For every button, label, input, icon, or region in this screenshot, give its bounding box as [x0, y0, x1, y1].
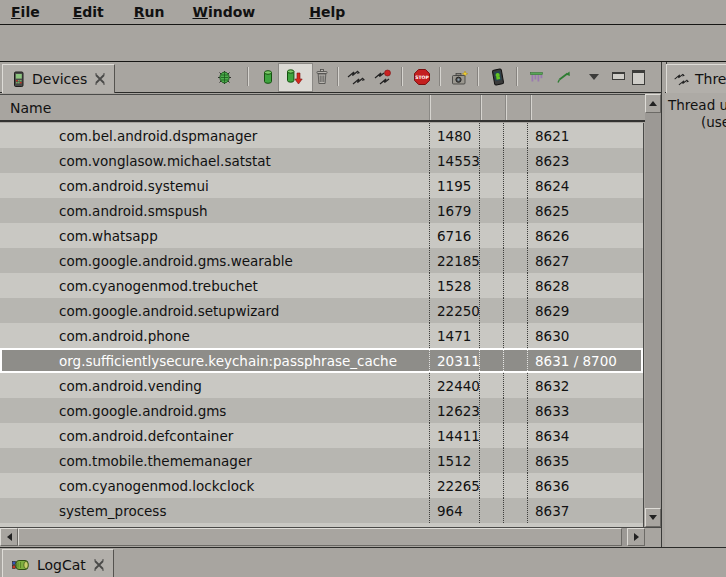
update-heap-icon[interactable] [258, 65, 278, 89]
scroll-down-button[interactable] [645, 508, 661, 527]
arrow-right-icon [634, 533, 639, 541]
horizontal-scrollbar[interactable] [0, 528, 645, 546]
device-process-row[interactable]: com.android.smspush16798625 [0, 198, 643, 223]
cell-name: com.whatsapp [0, 223, 429, 248]
threads-panel: Threads Thread updates not enabled for s… [665, 62, 726, 551]
cell-port: 8628 [527, 273, 643, 298]
scroll-right-button[interactable] [627, 528, 645, 546]
arrow-up-icon [649, 101, 657, 106]
cell-port: 8630 [527, 323, 643, 348]
cell-pid: 964 [429, 498, 479, 523]
column-header-name[interactable]: Name [0, 95, 429, 120]
cell-name: com.android.defcontainer [0, 423, 429, 448]
view-menu-icon[interactable] [589, 74, 599, 80]
bottom-panel: LogCat [0, 547, 726, 577]
threads-panel-content: Thread updates not enabled for selected … [665, 93, 726, 551]
cell-port: 8633 [527, 398, 643, 423]
cell-name: com.google.android.gms [0, 398, 429, 423]
device-process-row[interactable]: com.google.android.gms126238633 [0, 398, 643, 423]
dump-hprof-icon[interactable] [284, 65, 304, 89]
device-process-row[interactable]: com.cyanogenmod.trebuchet15288628 [0, 273, 643, 298]
device-process-row[interactable]: com.whatsapp67168626 [0, 223, 643, 248]
cell-name: com.google.android.setupwizard [0, 298, 429, 323]
start-method-profiling-icon[interactable] [372, 65, 392, 89]
cell-name: com.vonglasow.michael.satstat [0, 148, 429, 173]
minimize-icon[interactable] [612, 72, 625, 80]
phone-icon [11, 71, 26, 88]
tab-logcat-close-icon[interactable] [93, 559, 105, 571]
cell-name: system_process [0, 498, 429, 523]
tab-threads[interactable]: Threads [666, 64, 726, 93]
device-process-row[interactable]: system_process9648637 [0, 498, 643, 523]
device-process-row[interactable]: com.tmobile.thememanager15128635 [0, 448, 643, 473]
cell-c4 [503, 473, 527, 498]
cell-port: 8635 [527, 448, 643, 473]
column-header-3[interactable] [480, 95, 505, 120]
threads-message-line2: (use toolbar button to enable) [701, 114, 726, 130]
menu-bar: File Edit Run Window Help [0, 0, 726, 25]
update-threads-icon[interactable] [345, 65, 365, 89]
device-process-row[interactable]: com.android.defcontainer144118634 [0, 423, 643, 448]
cell-pid: 1480 [429, 123, 479, 148]
cell-name: com.android.smspush [0, 198, 429, 223]
scroll-up-button[interactable] [645, 94, 661, 113]
cell-port: 8626 [527, 223, 643, 248]
menu-edit[interactable]: Edit [68, 2, 109, 22]
cell-name: com.bel.android.dspmanager [0, 123, 429, 148]
arrow-down-icon [649, 515, 657, 520]
maximize-icon[interactable] [632, 70, 645, 85]
toolbar-row [0, 25, 726, 62]
column-header-4[interactable] [505, 95, 530, 120]
cell-c4 [503, 223, 527, 248]
device-process-row[interactable]: com.android.phone14718630 [0, 323, 643, 348]
cell-name: com.google.android.gms.wearable [0, 248, 429, 273]
cell-c4 [503, 298, 527, 323]
cell-pid: 1512 [429, 448, 479, 473]
cell-port: 8629 [527, 298, 643, 323]
device-process-row[interactable]: com.android.vending224408632 [0, 373, 643, 398]
menu-help[interactable]: Help [304, 2, 350, 22]
cell-name: com.android.vending [0, 373, 429, 398]
menu-file[interactable]: File [6, 2, 45, 22]
device-process-row[interactable]: org.sufficientlysecure.keychain:passphra… [0, 348, 643, 373]
cell-c4 [503, 273, 527, 298]
device-process-row[interactable]: com.bel.android.dspmanager14808621 [0, 123, 643, 148]
tab-devices-close-icon[interactable] [94, 73, 106, 85]
column-header-port[interactable] [530, 95, 661, 120]
debug-process-icon[interactable] [214, 65, 234, 89]
scroll-left-button[interactable] [0, 528, 18, 546]
column-header-pid[interactable] [429, 95, 480, 120]
cell-pid: 14553 [429, 148, 479, 173]
device-screen-icon[interactable] [488, 65, 508, 89]
horizontal-scrollbar-thumb[interactable] [18, 528, 622, 546]
cell-pid: 22265 [429, 473, 479, 498]
cell-pid: 1471 [429, 323, 479, 348]
device-process-row[interactable]: com.vonglasow.michael.satstat145538623 [0, 148, 643, 173]
cause-gc-icon[interactable] [312, 65, 332, 89]
device-process-row[interactable]: com.google.android.setupwizard222508629 [0, 298, 643, 323]
toolbar-separator [337, 67, 338, 86]
cell-c3 [479, 423, 503, 448]
device-process-row[interactable]: com.android.systemui11958624 [0, 173, 643, 198]
cell-c4 [503, 423, 527, 448]
cell-name: com.android.systemui [0, 173, 429, 198]
device-process-row[interactable]: com.google.android.gms.wearable221858627 [0, 248, 643, 273]
menu-run[interactable]: Run [129, 2, 170, 22]
cell-pid: 22250 [429, 298, 479, 323]
cell-name: com.android.phone [0, 323, 429, 348]
threads-tabbar: Threads [665, 62, 726, 93]
tab-devices[interactable]: Devices [2, 64, 115, 93]
stop-process-icon[interactable]: STOP [412, 65, 432, 89]
sysinfo-icon[interactable] [526, 65, 546, 89]
scrollbar-corner [645, 528, 661, 546]
navigate-arrow-icon[interactable] [553, 65, 573, 89]
cell-port: 8624 [527, 173, 643, 198]
tab-logcat[interactable]: LogCat [2, 549, 114, 577]
cell-c3 [479, 248, 503, 273]
screen-capture-icon[interactable] [450, 65, 470, 89]
device-process-row[interactable]: com.cyanogenmod.lockclock222658636 [0, 473, 643, 498]
menu-window[interactable]: Window [187, 2, 260, 22]
cell-pid: 22185 [429, 248, 479, 273]
vertical-scrollbar[interactable] [645, 94, 661, 527]
cell-c4 [503, 123, 527, 148]
